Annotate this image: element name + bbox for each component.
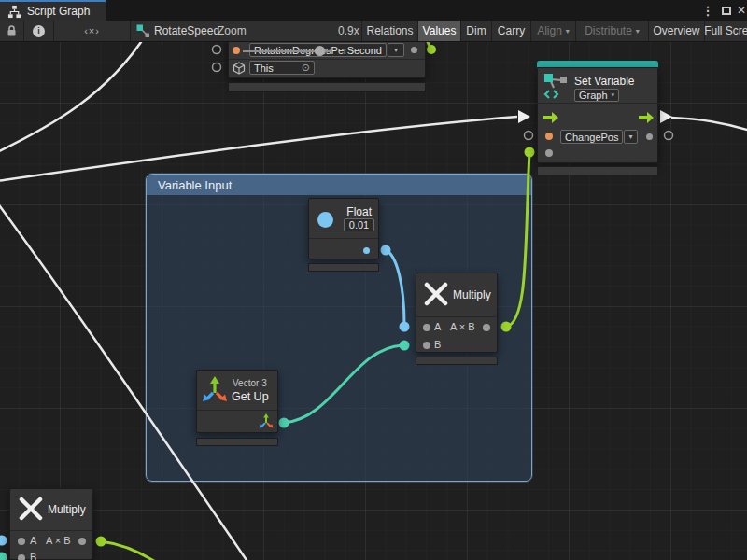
output-port-dot[interactable] [411, 47, 417, 53]
tab-label: Script Graph [27, 5, 90, 18]
menu-dots-icon: ⋮ [702, 4, 714, 18]
variable-port-dot[interactable] [545, 133, 553, 140]
full-screen-button[interactable]: Full Screen [704, 21, 747, 41]
knob-teal-getup-out[interactable] [279, 418, 289, 428]
knob-green-multiply-out[interactable] [501, 322, 512, 332]
zoom-value: 0.9x [338, 24, 359, 37]
carry-label: Carry [498, 24, 525, 37]
align-button: Align▾ [530, 21, 575, 41]
variable-port-dot[interactable] [233, 47, 240, 54]
knob-green-getvariable-out[interactable] [427, 45, 436, 54]
distribute-button: Distribute▾ [575, 21, 648, 41]
info-icon: i [33, 25, 45, 37]
object-picker-icon[interactable]: ⊙ [302, 62, 310, 74]
knob-blue-multiply2-a[interactable] [0, 536, 7, 546]
knob-hollow[interactable] [213, 46, 221, 54]
node-footer [537, 166, 658, 175]
relations-button[interactable]: Relations [361, 21, 417, 41]
port-out-dot[interactable] [78, 538, 86, 545]
knob-green-setvariable-in[interactable] [525, 147, 535, 158]
gameobject-cube-icon [233, 62, 246, 75]
dim-label: Dim [466, 24, 486, 37]
knob-hollow[interactable] [525, 132, 533, 140]
node-footer [228, 82, 426, 92]
output-port-dot[interactable] [646, 133, 653, 140]
node-footer [308, 263, 379, 272]
zoom-slider-knob[interactable] [315, 46, 325, 56]
node-footer [416, 357, 498, 365]
window-close-button[interactable]: ✕ [735, 0, 747, 21]
caret-icon: ▾ [636, 27, 640, 35]
lock-button[interactable] [0, 21, 24, 41]
overview-label: Overview [654, 24, 700, 37]
node-footer [196, 438, 278, 446]
target-object-label: This [254, 63, 274, 74]
variable-scope-dropdown[interactable]: Graph ▾ [574, 89, 619, 102]
multiply-title: Multiply [453, 288, 491, 301]
maximize-icon [722, 7, 731, 15]
multiply-x-icon [424, 282, 448, 306]
toolbar: i ‹×› RotateSpeed Zoom 0.9x Relations Va… [0, 21, 747, 42]
multiply-x-icon [19, 497, 43, 521]
port-a-dot[interactable] [423, 324, 430, 331]
wire-green-bottom [101, 541, 157, 560]
graph-breadcrumb-icon [136, 24, 149, 37]
caret-icon: ▾ [628, 133, 632, 141]
set-variable-name-label: ChangePos [565, 132, 619, 143]
dim-button[interactable]: Dim [460, 21, 491, 41]
vector3-output-port-icon[interactable] [259, 413, 274, 428]
vector3-arrows-icon [202, 376, 228, 402]
target-object-field[interactable]: This ⊙ [249, 61, 315, 75]
scope-label: Graph [579, 90, 608, 101]
set-variable-graph-icon [543, 72, 571, 100]
info-button[interactable]: i [24, 21, 54, 41]
script-graph-window: Variable Input [0, 0, 747, 560]
control-output-arrow[interactable] [639, 112, 654, 123]
code-icon: ‹×› [84, 25, 100, 36]
knob-blue-float-out[interactable] [381, 245, 391, 256]
knob-teal-multiply2-b[interactable] [0, 553, 7, 560]
knob-teal-multiply-b[interactable] [400, 341, 410, 351]
values-button[interactable]: Values [417, 21, 460, 41]
set-variable-name-dropdown[interactable]: ChangePos [560, 130, 623, 144]
full-screen-label: Full Screen [704, 24, 747, 37]
port-b-label: B [30, 552, 36, 560]
float-value-field[interactable]: 0.01 [344, 218, 374, 231]
tab-script-graph[interactable]: Script Graph [0, 0, 106, 21]
breadcrumb[interactable]: RotateSpeed [136, 21, 219, 41]
port-out-label: A × B [450, 321, 475, 332]
knob-blue-multiply-a[interactable] [400, 322, 410, 332]
multiply-title: Multiply [48, 503, 86, 516]
port-a-dot[interactable] [18, 538, 25, 545]
knob-green-multiply2-out[interactable] [96, 537, 106, 547]
window-menu-button[interactable]: ⋮ [700, 0, 715, 21]
overview-button[interactable]: Overview [648, 21, 704, 41]
wire-arrowhead-out [660, 110, 672, 123]
node-multiply[interactable]: Multiply A A × B B [416, 273, 498, 353]
float-title: Float [346, 205, 372, 218]
node-float-literal[interactable]: Float 0.01 [308, 198, 379, 259]
value-input-port-dot[interactable] [545, 149, 553, 157]
node-set-variable[interactable]: Set Variable Graph ▾ ChangePos ▾ [537, 67, 658, 163]
float-output-port-dot[interactable] [363, 247, 370, 254]
port-a-label: A [434, 321, 441, 332]
node-multiply-2[interactable]: Multiply A A × B B [9, 488, 93, 560]
wire-float-to-multiply-a [386, 250, 404, 325]
values-label: Values [423, 24, 457, 37]
knob-hollow[interactable] [213, 63, 221, 72]
carry-button[interactable]: Carry [491, 21, 530, 41]
window-maximize-button[interactable] [718, 0, 735, 21]
port-a-label: A [30, 535, 36, 546]
caret-icon: ▾ [566, 27, 570, 35]
knob-hollow[interactable] [665, 132, 673, 140]
zoom-label: Zoom [218, 24, 247, 37]
variable-dropdown-caret[interactable]: ▾ [388, 43, 404, 57]
set-variable-caret[interactable]: ▾ [624, 130, 638, 144]
control-input-arrow[interactable] [543, 112, 558, 123]
port-b-dot[interactable] [423, 342, 430, 349]
port-out-dot[interactable] [483, 324, 490, 331]
code-preview-button[interactable]: ‹×› [54, 21, 131, 41]
node-get-up[interactable]: Vector 3 Get Up [196, 370, 278, 433]
wire-getup-to-multiply-b [284, 345, 402, 423]
port-b-dot[interactable] [18, 554, 25, 560]
